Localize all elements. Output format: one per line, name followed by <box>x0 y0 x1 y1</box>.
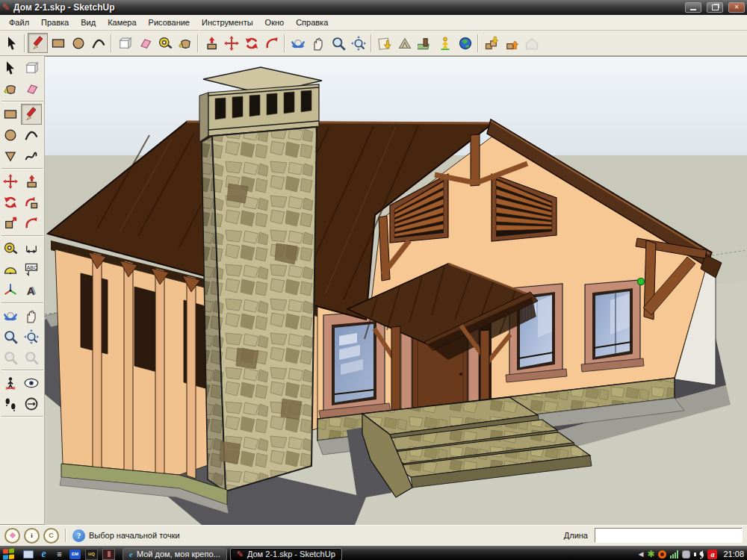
palette-zoom-extents-button[interactable] <box>21 326 42 347</box>
palette-walk-button[interactable] <box>0 393 21 414</box>
minimize-button[interactable] <box>685 2 701 13</box>
help-icon[interactable]: ? <box>72 529 85 542</box>
hq-app-icon[interactable]: HQ <box>85 549 98 560</box>
credit-badge-icon[interactable]: C <box>43 528 59 544</box>
palette-polygon-button[interactable] <box>0 146 21 167</box>
toolbar-paint-bucket-button[interactable] <box>175 33 195 53</box>
sketchup-window: ✎ Дом 2-1.skp - SketchUp ✕ Файл Правка В… <box>0 0 747 560</box>
close-button[interactable]: ✕ <box>728 2 745 13</box>
viewport-3d[interactable] <box>45 56 747 524</box>
network-signal-tray-icon[interactable] <box>670 550 678 559</box>
toolbar-get-models-button[interactable] <box>481 33 501 53</box>
internet-explorer-icon: e <box>129 550 133 559</box>
download-manager-tray-icon[interactable] <box>658 550 666 559</box>
toolbar-push-pull-button[interactable] <box>201 33 221 53</box>
internet-explorer-icon[interactable]: e <box>38 550 49 559</box>
palette-push-pull-button[interactable] <box>21 171 42 192</box>
menu-window[interactable]: Окно <box>259 16 291 28</box>
palette-arc-button[interactable] <box>21 125 42 146</box>
palette-protractor-button[interactable] <box>0 259 21 280</box>
task-button-sketchup[interactable]: ✎ Дом 2-1.skp - SketchUp <box>230 548 342 560</box>
measurement-input[interactable] <box>595 528 743 543</box>
palette-paint-bucket-button[interactable] <box>0 78 21 99</box>
menu-file[interactable]: Файл <box>3 16 35 28</box>
toolbar-tape-measure-button[interactable] <box>155 33 175 53</box>
menu-draw[interactable]: Рисование <box>143 16 196 28</box>
palette-rectangle-button[interactable] <box>0 104 21 125</box>
toolbar-arc-button[interactable] <box>88 33 108 53</box>
palette-3d-text-button[interactable] <box>21 280 42 301</box>
author-badge-icon[interactable]: i <box>24 528 40 544</box>
palette-offset-button[interactable] <box>21 213 42 234</box>
quick-launch: e ≡ EM HQ <box>22 549 115 560</box>
palette-follow-me-button[interactable] <box>21 192 42 213</box>
palette-make-component-button[interactable] <box>21 57 42 78</box>
tray-collapse-arrow-icon[interactable]: ◀ <box>638 550 643 558</box>
menu-view[interactable]: Вид <box>75 16 102 28</box>
palette-tape-measure-button[interactable] <box>0 238 21 259</box>
palette-dimension-button[interactable] <box>21 238 42 259</box>
toolbar-place-model-button[interactable] <box>415 33 435 53</box>
palette-position-camera-button[interactable] <box>0 373 21 393</box>
toolbar-toggle-terrain-button[interactable] <box>394 33 415 53</box>
em-app-icon[interactable]: EM <box>69 550 81 559</box>
toolbar-eraser-button[interactable] <box>134 33 155 53</box>
palette-separator <box>1 416 43 417</box>
toolbar-make-component-button[interactable] <box>114 33 134 53</box>
restore-button[interactable] <box>707 2 723 13</box>
palette-separator <box>1 101 43 102</box>
menu-tools[interactable]: Инструменты <box>196 16 259 28</box>
geo-badge-icon[interactable] <box>4 528 20 544</box>
toolbar-line-button[interactable] <box>28 33 48 53</box>
menu-camera[interactable]: Камера <box>102 16 142 28</box>
palette-axes-button[interactable] <box>0 280 21 301</box>
toolbar-zoom-button[interactable] <box>328 33 348 53</box>
palette-pan-button[interactable] <box>21 305 42 326</box>
toolbar-orbit-button[interactable] <box>288 33 308 53</box>
icq-tray-icon[interactable]: ✱ <box>647 549 654 559</box>
palette-eraser-button[interactable] <box>21 78 42 99</box>
inference-point <box>638 279 645 285</box>
toolbar-select-button[interactable] <box>1 33 22 53</box>
palette-separator <box>1 302 43 304</box>
show-desktop-icon[interactable] <box>22 550 34 559</box>
toolbar-circle-button[interactable] <box>68 33 88 53</box>
toolbar-offset-button[interactable] <box>261 33 282 53</box>
tray-clock: 21:08 <box>723 550 744 559</box>
statusbar: i C ? Выбор начальной точки Длина <box>0 524 747 546</box>
palette-text-button[interactable] <box>21 259 42 280</box>
messenger-tray-icon[interactable] <box>682 550 690 559</box>
toolbar-share-model-button[interactable] <box>501 33 521 53</box>
menubar: Файл Правка Вид Камера Рисование Инструм… <box>0 15 747 31</box>
start-button[interactable] <box>3 548 15 559</box>
volume-tray-icon[interactable] <box>694 550 704 559</box>
toolbar-add-building-button[interactable] <box>435 33 455 53</box>
toolbar-rectangle-button[interactable] <box>48 33 68 53</box>
toolbar-rotate-button[interactable] <box>241 33 261 53</box>
toolbar-google-earth-button[interactable] <box>455 33 475 53</box>
menu-help[interactable]: Справка <box>290 16 334 28</box>
palette-select-button[interactable] <box>0 57 21 78</box>
palette-orbit-button[interactable] <box>0 305 21 326</box>
palette-look-around-button[interactable] <box>21 373 42 393</box>
dark-app-icon[interactable] <box>102 549 115 560</box>
palette-zoom-next-button <box>21 347 42 368</box>
palette-circle-button[interactable] <box>0 125 21 146</box>
palette-line-button[interactable] <box>21 104 42 125</box>
menu-edit[interactable]: Правка <box>35 16 75 28</box>
app-menu-icon[interactable]: ≡ <box>54 550 65 559</box>
palette-scale-button[interactable] <box>0 213 21 234</box>
palette-rotate-button[interactable] <box>0 192 21 213</box>
task-button-browser[interactable]: e Мой дом, моя крепо... <box>123 548 227 560</box>
avira-tray-icon[interactable]: a <box>707 550 717 559</box>
palette-freehand-button[interactable] <box>21 146 42 167</box>
palette-zoom-button[interactable] <box>0 326 21 347</box>
window-title: Дом 2-1.skp - SketchUp <box>13 2 680 13</box>
toolbar-move-button[interactable] <box>221 33 241 53</box>
toolbar-zoom-extents-button[interactable] <box>348 33 368 53</box>
toolbar-get-current-view-button[interactable] <box>374 33 394 53</box>
status-hint: Выбор начальной точки <box>89 531 180 540</box>
toolbar-pan-button[interactable] <box>308 33 328 53</box>
palette-section-plane-button[interactable] <box>21 393 42 414</box>
palette-move-button[interactable] <box>0 171 21 192</box>
